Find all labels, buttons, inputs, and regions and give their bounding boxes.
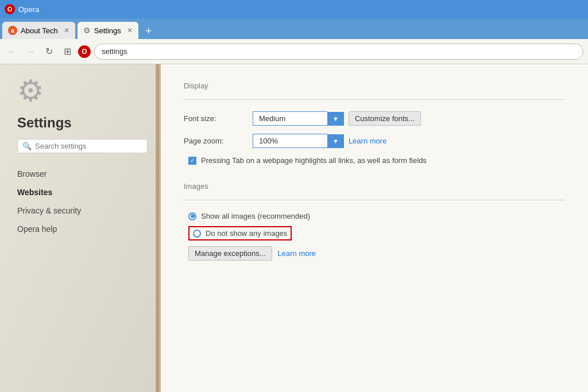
tab-highlight-label: Pressing Tab on a webpage highlights all… (201, 156, 427, 165)
do-not-show-images-row[interactable]: Do not show any images (188, 226, 565, 240)
back-button[interactable]: ← (5, 44, 20, 59)
search-input[interactable] (35, 142, 142, 150)
tab-highlight-row[interactable]: ✓ Pressing Tab on a webpage highlights a… (188, 156, 565, 165)
url-input[interactable] (94, 44, 583, 60)
font-size-control: Medium Small Large ▼ Customize fonts... (253, 111, 421, 126)
font-size-dropdown-arrow[interactable]: ▼ (327, 112, 344, 126)
opera-button[interactable]: O (78, 45, 91, 58)
customize-fonts-button[interactable]: Customize fonts... (349, 111, 421, 126)
grid-button[interactable]: ⊞ (60, 44, 75, 59)
page-zoom-select-wrapper[interactable]: 100% 75% 125% ▼ (253, 134, 344, 148)
title-bar-text: Opera (18, 5, 39, 14)
settings-close[interactable]: ✕ (127, 26, 133, 34)
display-divider (184, 99, 565, 100)
opera-logo: O (5, 4, 15, 14)
tab-about-tech[interactable]: a About Tech ✕ (2, 22, 75, 39)
sidebar-item-help[interactable]: Opera help (17, 220, 148, 238)
sidebar-gear-icon: ⚙ (17, 76, 148, 106)
search-icon: 🔍 (22, 142, 32, 150)
about-tech-close[interactable]: ✕ (64, 26, 69, 34)
main-layout: ⚙ Settings 🔍 Browser Websites Privacy & … (0, 64, 588, 392)
show-all-images-row[interactable]: Show all images (recommended) (188, 212, 565, 220)
do-not-show-radio[interactable] (193, 230, 201, 238)
sidebar: ⚙ Settings 🔍 Browser Websites Privacy & … (0, 64, 161, 392)
page-zoom-dropdown-arrow[interactable]: ▼ (327, 134, 344, 148)
display-section: Display Font size: Medium Small Large ▼ … (184, 81, 565, 165)
manage-exceptions-row: Manage exceptions... Learn more (188, 246, 565, 261)
new-tab-button[interactable]: + (141, 23, 157, 39)
content-area: Display Font size: Medium Small Large ▼ … (161, 64, 588, 392)
tab-highlight-checkbox[interactable]: ✓ (188, 157, 196, 165)
refresh-button[interactable]: ↻ (41, 44, 56, 59)
sidebar-item-websites[interactable]: Websites (17, 183, 148, 201)
font-size-select-wrapper[interactable]: Medium Small Large ▼ (253, 111, 344, 126)
display-section-title: Display (184, 81, 565, 90)
settings-favicon: ⚙ (83, 26, 91, 35)
title-bar: O Opera (0, 0, 588, 18)
forward-button[interactable]: → (23, 44, 38, 59)
tab-bar: a About Tech ✕ ⚙ Settings ✕ + (0, 18, 588, 39)
learn-more-images-link[interactable]: Learn more (278, 249, 316, 258)
show-all-radio-dot (191, 214, 195, 218)
do-not-show-label: Do not show any images (206, 229, 287, 238)
page-zoom-row: Page zoom: 100% 75% 125% ▼ Learn more (184, 134, 565, 148)
font-size-label: Font size: (184, 114, 253, 123)
page-zoom-control: 100% 75% 125% ▼ Learn more (253, 134, 386, 148)
font-size-row: Font size: Medium Small Large ▼ Customiz… (184, 111, 565, 126)
page-zoom-select[interactable]: 100% 75% 125% (253, 134, 327, 148)
images-divider (184, 200, 565, 200)
sidebar-item-privacy[interactable]: Privacy & security (17, 201, 148, 220)
about-tech-tab-label: About Tech (21, 26, 58, 35)
sidebar-item-browser[interactable]: Browser (17, 165, 148, 183)
sidebar-title: Settings (17, 115, 148, 131)
search-box[interactable]: 🔍 (17, 139, 148, 153)
manage-exceptions-button[interactable]: Manage exceptions... (188, 246, 272, 261)
images-section: Images Show all images (recommended) Do … (184, 182, 565, 261)
settings-tab-label: Settings (94, 26, 121, 35)
address-bar: ← → ↻ ⊞ O (0, 39, 588, 64)
do-not-show-highlight: Do not show any images (188, 226, 292, 240)
tab-settings[interactable]: ⚙ Settings ✕ (78, 22, 138, 39)
learn-more-zoom-link[interactable]: Learn more (349, 137, 386, 145)
about-tech-favicon: a (8, 26, 17, 35)
sidebar-border (156, 64, 159, 392)
page-zoom-label: Page zoom: (184, 137, 253, 145)
font-size-select[interactable]: Medium Small Large (253, 111, 327, 126)
show-all-radio[interactable] (188, 212, 196, 220)
show-all-label: Show all images (recommended) (201, 212, 310, 220)
images-section-title: Images (184, 182, 565, 191)
